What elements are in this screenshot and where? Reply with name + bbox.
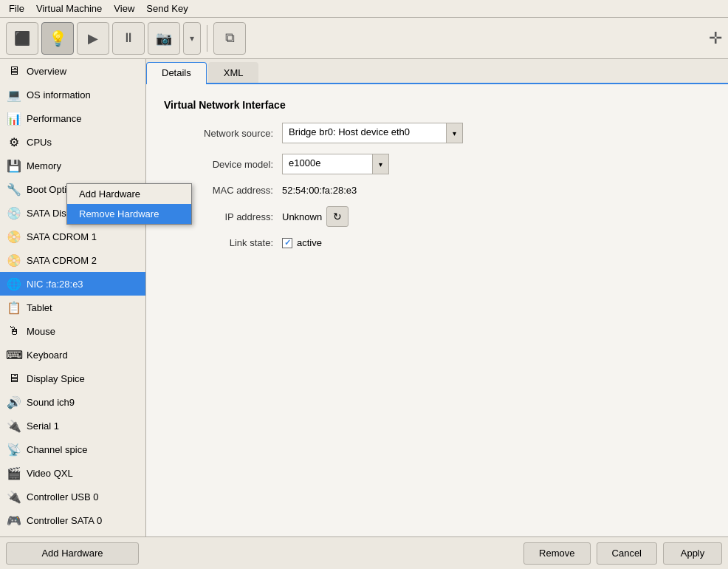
section-title: Virtual Network Interface	[164, 99, 710, 111]
device-model-row: Device model: e1000e ▾	[164, 154, 710, 174]
sidebar-item-serial-1[interactable]: Serial 1	[0, 414, 145, 437]
sidebar-label-cpus: CPUs	[27, 137, 52, 148]
sidebar-label-os-information: OS information	[27, 89, 91, 100]
sidebar-item-sound[interactable]: Sound ich9	[0, 390, 145, 414]
toolbar-separator	[207, 25, 207, 52]
power-on-btn[interactable]: ⬛	[6, 22, 38, 55]
mouse-icon	[6, 323, 22, 339]
remove-hardware-menu-item[interactable]: Remove Hardware	[67, 204, 146, 224]
disk-icon	[6, 205, 22, 221]
mac-address-row: MAC address: 52:54:00:fa:28:e3	[164, 185, 710, 196]
network-source-arrow[interactable]: ▾	[446, 123, 462, 143]
sidebar-label-tablet: Tablet	[27, 302, 52, 313]
context-menu: Add Hardware Remove Hardware	[66, 183, 146, 225]
sidebar-item-cpus[interactable]: CPUs	[0, 130, 145, 154]
sidebar-label-overview: Overview	[27, 66, 66, 77]
content-area: Details XML Virtual Network Interface Ne…	[146, 59, 728, 536]
ip-address-row: IP address: Unknown ↻	[164, 206, 710, 227]
menu-view[interactable]: View	[108, 1, 140, 16]
video-icon	[6, 465, 22, 481]
sidebar-label-serial-1: Serial 1	[27, 420, 59, 432]
perf-icon	[6, 110, 22, 126]
ip-address-value: Unknown	[282, 211, 322, 222]
sidebar-label-keyboard: Keyboard	[27, 350, 68, 361]
sidebar-label-sata-cdrom-1: SATA CDROM 1	[27, 231, 97, 242]
sidebar-item-channel-spice[interactable]: Channel spice	[0, 437, 145, 461]
pause-btn[interactable]: ⏸	[112, 22, 145, 55]
sidebar-item-overview[interactable]: Overview	[0, 59, 145, 83]
run-btn[interactable]: ▶	[77, 22, 109, 55]
menu-send-key[interactable]: Send Key	[140, 1, 193, 16]
xml-tab[interactable]: XML	[208, 62, 259, 83]
network-source-select[interactable]: Bridge br0: Host device eth0 ▾	[282, 123, 463, 143]
cpu-icon	[6, 134, 22, 150]
device-model-select[interactable]: e1000e ▾	[282, 154, 389, 174]
snapshot-btn[interactable]: 📷	[148, 22, 180, 55]
menu-virtual-machine[interactable]: Virtual Machine	[30, 1, 108, 16]
sidebar-item-video-qxl[interactable]: Video QXL	[0, 461, 145, 485]
details-tab[interactable]: Details	[146, 62, 207, 84]
link-state-active-label: active	[297, 237, 322, 248]
remove-button[interactable]: Remove	[523, 542, 590, 565]
sidebar-item-memory[interactable]: Memory	[0, 154, 145, 177]
serial-icon	[6, 418, 22, 434]
sidebar-label-channel-spice: Channel spice	[27, 444, 87, 455]
display-icon	[6, 370, 22, 386]
sidebar-item-controller-sata-0[interactable]: Controller SATA 0	[0, 508, 145, 532]
device-model-control: e1000e ▾	[282, 154, 389, 174]
detail-panel: Virtual Network Interface Network source…	[146, 84, 728, 536]
network-source-value: Bridge br0: Host device eth0	[283, 123, 446, 143]
sidebar-item-sata-cdrom-2[interactable]: SATA CDROM 2	[0, 248, 145, 272]
ip-address-control: Unknown ↻	[282, 206, 348, 227]
sata-ctrl-icon	[6, 512, 22, 528]
sidebar-item-sata-cdrom-1[interactable]: SATA CDROM 1	[0, 225, 145, 248]
link-state-checkbox[interactable]	[282, 238, 292, 248]
menu-file[interactable]: File	[3, 1, 30, 16]
tablet-icon	[6, 299, 22, 316]
add-hardware-menu-item[interactable]: Add Hardware	[67, 184, 146, 204]
sidebar-label-sound: Sound ich9	[27, 397, 75, 408]
add-hardware-button[interactable]: Add Hardware	[6, 542, 139, 565]
sidebar-item-controller-pcie-0[interactable]: Controller PCIe 0	[0, 532, 145, 536]
sound-icon	[6, 394, 22, 410]
device-model-label: Device model:	[164, 159, 282, 170]
snapshot-dropdown-btn[interactable]: ▾	[183, 22, 201, 55]
menubar: File Virtual Machine View Send Key	[0, 0, 728, 18]
cancel-button[interactable]: Cancel	[597, 542, 657, 565]
link-state-label: Link state:	[164, 237, 282, 248]
sidebar-item-display-spice[interactable]: Display Spice	[0, 367, 145, 390]
sidebar-item-mouse[interactable]: Mouse	[0, 319, 145, 343]
keyboard-icon	[6, 347, 22, 363]
sidebar-item-controller-usb-0[interactable]: Controller USB 0	[0, 485, 145, 508]
mac-address-value: 52:54:00:fa:28:e3	[282, 185, 357, 196]
sidebar-item-tablet[interactable]: Tablet	[0, 296, 145, 319]
apply-button[interactable]: Apply	[663, 542, 722, 565]
sidebar-label-video-qxl: Video QXL	[27, 468, 73, 479]
sidebar-label-mouse: Mouse	[27, 326, 55, 337]
boot-icon	[6, 181, 22, 197]
monitor-icon	[6, 63, 22, 79]
sidebar-item-os-information[interactable]: OS information	[0, 83, 145, 106]
clone-btn[interactable]: ⧉	[213, 22, 246, 55]
sidebar-label-nic: NIC :fa:28:e3	[27, 279, 83, 290]
sidebar-label-controller-sata-0: Controller SATA 0	[27, 515, 102, 526]
mem-icon	[6, 157, 22, 174]
device-model-arrow[interactable]: ▾	[372, 154, 388, 174]
link-state-checkbox-row: active	[282, 237, 322, 248]
network-source-label: Network source:	[164, 128, 282, 139]
cdrom1-icon	[6, 228, 22, 245]
sidebar-label-controller-usb-0: Controller USB 0	[27, 491, 99, 502]
device-model-value: e1000e	[283, 154, 372, 174]
ip-refresh-button[interactable]: ↻	[326, 206, 348, 227]
usb-ctrl-icon	[6, 488, 22, 505]
mac-address-control: 52:54:00:fa:28:e3	[282, 185, 357, 196]
nic-icon	[6, 276, 22, 292]
bottom-bar: Add Hardware Remove Cancel Apply	[0, 536, 728, 569]
sidebar-item-performance[interactable]: Performance	[0, 106, 145, 130]
power-off-btn[interactable]: 💡	[41, 22, 74, 55]
tabs-bar: Details XML	[146, 59, 728, 84]
link-state-control: active	[282, 237, 322, 248]
sidebar-item-keyboard[interactable]: Keyboard	[0, 343, 145, 367]
cdrom2-icon	[6, 252, 22, 268]
sidebar-item-nic[interactable]: NIC :fa:28:e3	[0, 272, 145, 296]
